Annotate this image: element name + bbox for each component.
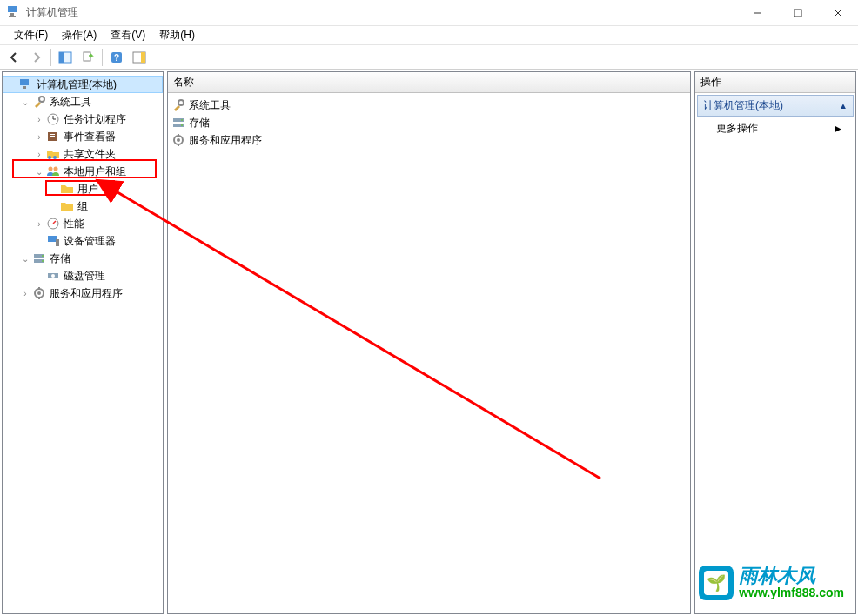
window-title: 计算机管理 (26, 5, 78, 20)
tree-label: 设备管理器 (64, 234, 116, 249)
show-tree-button[interactable] (55, 47, 76, 68)
item-label: 存储 (189, 116, 210, 131)
tree-device-manager[interactable]: 设备管理器 (3, 232, 163, 250)
tree-label: 计算机管理(本地) (37, 77, 117, 92)
device-icon (46, 234, 60, 248)
collapse-arrow-icon: ▲ (839, 101, 848, 110)
tree-label: 性能 (64, 217, 84, 231)
tree-root[interactable]: 计算机管理(本地) (3, 76, 163, 93)
tools-icon (32, 95, 46, 109)
action-section-header[interactable]: 计算机管理(本地) ▲ (697, 95, 854, 117)
tree-label: 用户 (77, 182, 98, 197)
tree-disk-management[interactable]: 磁盘管理 (3, 267, 163, 285)
svg-rect-9 (84, 52, 90, 61)
event-icon (46, 130, 60, 144)
svg-point-35 (51, 274, 55, 278)
actions-header: 操作 (695, 72, 855, 93)
tree-local-users-groups[interactable]: ⌄ 本地用户和组 (3, 163, 163, 180)
tree-label: 服务和应用程序 (50, 286, 123, 301)
titlebar: 计算机管理 (0, 0, 858, 26)
minimize-button[interactable] (738, 0, 778, 26)
tree-groups[interactable]: 组 (3, 198, 163, 215)
svg-point-26 (54, 167, 58, 171)
svg-point-16 (39, 97, 44, 102)
svg-point-43 (181, 119, 183, 121)
content-panel: 名称 系统工具 存储 服务和应用程序 (167, 71, 691, 614)
help-button[interactable]: ? (106, 47, 127, 68)
tree-label: 任务计划程序 (64, 112, 126, 127)
expander-icon[interactable]: › (18, 289, 32, 298)
folder-icon (60, 182, 74, 196)
tools-icon (171, 98, 185, 112)
action-pane-button[interactable] (129, 47, 150, 68)
svg-point-23 (48, 156, 51, 159)
toolbar-separator (102, 49, 103, 66)
svg-rect-48 (178, 144, 179, 146)
content-header[interactable]: 名称 (168, 72, 690, 93)
disk-icon (46, 269, 60, 283)
svg-point-32 (42, 255, 44, 257)
tree-event-viewer[interactable]: › 事件查看器 (3, 128, 163, 145)
tree-users[interactable]: 用户 (3, 180, 163, 198)
svg-rect-0 (8, 6, 17, 12)
svg-rect-39 (38, 297, 40, 299)
tree-label: 存储 (50, 251, 70, 266)
services-icon (32, 286, 46, 300)
list-item[interactable]: 系统工具 (170, 97, 688, 114)
performance-icon (46, 217, 60, 231)
toolbar-separator (50, 49, 51, 66)
maximize-button[interactable] (778, 0, 818, 26)
expander-icon[interactable]: › (32, 115, 46, 124)
svg-text:?: ? (114, 53, 119, 63)
svg-rect-28 (48, 236, 57, 242)
expander-icon[interactable]: › (32, 219, 46, 229)
users-icon (46, 164, 60, 178)
tree-storage[interactable]: ⌄ 存储 (3, 250, 163, 267)
actions-panel: 操作 计算机管理(本地) ▲ 更多操作 ▶ (694, 71, 856, 614)
actions-body: 计算机管理(本地) ▲ 更多操作 ▶ (695, 93, 855, 613)
folder-icon (60, 199, 74, 213)
menu-view[interactable]: 查看(V) (104, 26, 152, 44)
actions-header-label: 操作 (700, 75, 721, 90)
svg-rect-13 (141, 52, 145, 63)
menu-action[interactable]: 操作(A) (55, 26, 104, 44)
svg-rect-38 (38, 287, 40, 290)
menu-help[interactable]: 帮助(H) (152, 26, 202, 44)
tree-label: 本地用户和组 (64, 164, 126, 179)
back-button[interactable] (3, 47, 24, 68)
expander-icon[interactable]: › (32, 150, 46, 159)
svg-rect-29 (56, 239, 59, 246)
svg-point-25 (49, 167, 53, 171)
shared-folder-icon (46, 147, 60, 161)
tree-shared-folders[interactable]: › 共享文件夹 (3, 145, 163, 163)
tree-services-apps[interactable]: › 服务和应用程序 (3, 285, 163, 302)
forward-button[interactable] (26, 47, 47, 68)
action-more[interactable]: 更多操作 ▶ (695, 118, 855, 138)
tree-system-tools[interactable]: ⌄ 系统工具 (3, 93, 163, 110)
action-section-title: 计算机管理(本地) (703, 98, 783, 113)
tree-performance[interactable]: › 性能 (3, 215, 163, 232)
export-button[interactable] (77, 47, 98, 68)
tree-label: 共享文件夹 (64, 147, 116, 162)
expander-icon[interactable]: › (32, 132, 46, 142)
close-button[interactable] (818, 0, 858, 26)
expander-icon[interactable]: ⌄ (32, 167, 46, 177)
item-label: 服务和应用程序 (189, 133, 262, 148)
computer-icon (19, 77, 33, 91)
tree-label: 磁盘管理 (64, 269, 105, 284)
tree-label: 组 (77, 199, 88, 214)
navigation-tree-panel: 计算机管理(本地) ⌄ 系统工具 › 任务计划程序 › 事件查看器 › 共享文件… (2, 71, 164, 614)
expander-icon[interactable]: ⌄ (18, 97, 32, 107)
svg-rect-15 (23, 86, 26, 89)
navigation-tree[interactable]: 计算机管理(本地) ⌄ 系统工具 › 任务计划程序 › 事件查看器 › 共享文件… (3, 72, 163, 613)
svg-rect-2 (9, 16, 16, 17)
svg-point-40 (178, 100, 184, 105)
svg-rect-4 (794, 10, 801, 17)
tree-task-scheduler[interactable]: › 任务计划程序 (3, 110, 163, 128)
expander-icon[interactable]: ⌄ (18, 254, 32, 264)
svg-rect-8 (59, 52, 64, 63)
menu-file[interactable]: 文件(F) (7, 26, 55, 44)
content-list[interactable]: 系统工具 存储 服务和应用程序 (168, 93, 690, 152)
list-item[interactable]: 存储 (170, 114, 688, 131)
list-item[interactable]: 服务和应用程序 (170, 131, 688, 149)
